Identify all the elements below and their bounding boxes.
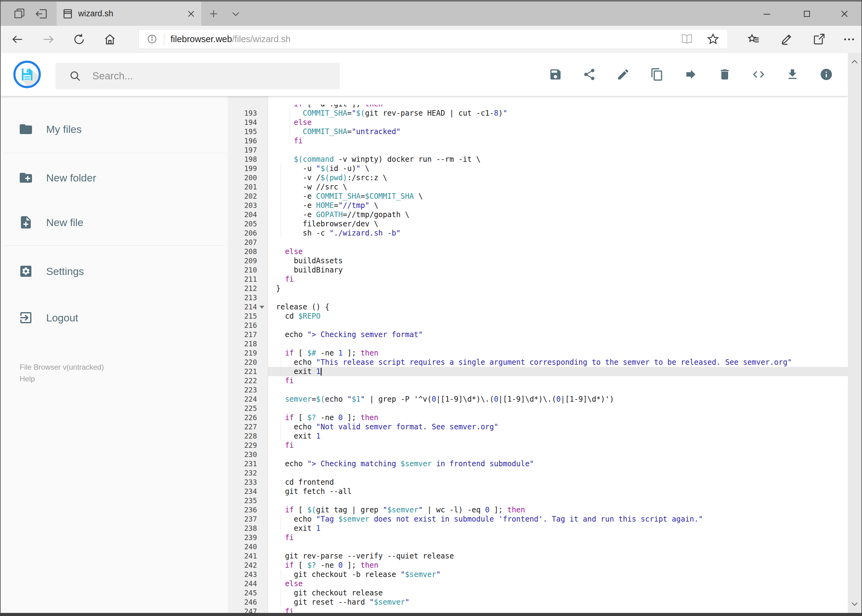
maximize-button[interactable] bbox=[793, 2, 821, 26]
search-box[interactable] bbox=[55, 63, 340, 89]
sidebar-item-logout[interactable]: Logout bbox=[19, 308, 78, 327]
scroll-up-button[interactable] bbox=[848, 55, 861, 69]
code-line[interactable]: 223 bbox=[228, 385, 848, 394]
code-button[interactable] bbox=[752, 68, 765, 81]
code-line[interactable]: 228 exit 1 bbox=[228, 432, 848, 441]
code-line[interactable]: 243 git checkout -b release "$semver" bbox=[228, 570, 848, 579]
browser-tab[interactable]: wizard.sh bbox=[57, 2, 201, 26]
code-line[interactable]: 218 bbox=[228, 339, 848, 349]
code-line[interactable]: 232 bbox=[228, 468, 848, 478]
code-line[interactable]: 206 sh -c "./wizard.sh -b" bbox=[228, 228, 848, 238]
code-line[interactable]: 224 semver=$(echo "$1" | grep -P '^v(0|[… bbox=[228, 394, 848, 404]
code-line[interactable]: 214release () { bbox=[228, 302, 848, 311]
web-notes-button[interactable] bbox=[773, 26, 799, 53]
delete-button[interactable] bbox=[718, 68, 731, 81]
code-line[interactable]: 225 bbox=[228, 404, 848, 413]
site-info-icon[interactable] bbox=[147, 34, 157, 44]
code-line[interactable]: 241 git rev-parse --verify --quiet relea… bbox=[228, 552, 848, 561]
code-line[interactable]: 207 bbox=[228, 238, 848, 247]
copy-button[interactable] bbox=[650, 68, 664, 81]
code-line[interactable]: 244 else bbox=[228, 579, 848, 588]
code-line[interactable]: 194 else bbox=[228, 118, 848, 127]
code-line[interactable]: 196 fi bbox=[228, 136, 848, 146]
code-line[interactable]: 209 buildAssets bbox=[228, 256, 848, 266]
code-line[interactable]: 219 if [ $# -ne 1 ]; then bbox=[228, 349, 848, 358]
home-button[interactable] bbox=[96, 26, 124, 53]
code-line[interactable]: 236 if [ $(git tag | grep "$semver" | wc… bbox=[228, 505, 848, 514]
code-line[interactable]: 222 fi bbox=[228, 376, 848, 385]
code-line[interactable]: 216 bbox=[228, 321, 848, 330]
code-line[interactable]: 239 fi bbox=[228, 533, 848, 542]
address-field[interactable]: filebrowser.web/files/wizard.sh bbox=[139, 29, 728, 49]
save-button[interactable] bbox=[549, 68, 562, 81]
code-line[interactable]: 226 if [ $? -ne 0 ]; then bbox=[228, 413, 848, 422]
share-button[interactable] bbox=[583, 68, 596, 81]
code-line[interactable]: 234 git fetch --all bbox=[228, 487, 848, 496]
search-input[interactable] bbox=[92, 70, 340, 82]
help-link[interactable]: Help bbox=[20, 375, 35, 383]
url-text[interactable]: filebrowser.web/files/wizard.sh bbox=[170, 34, 681, 44]
code-line[interactable]: 197 bbox=[228, 146, 848, 155]
close-window-button[interactable] bbox=[830, 2, 859, 26]
favorites-hub-button[interactable] bbox=[741, 26, 767, 53]
code-line[interactable]: 247 fi bbox=[228, 607, 848, 613]
code-line[interactable]: 201 -w //src \ bbox=[228, 182, 848, 192]
tab-preview-button[interactable] bbox=[9, 2, 30, 26]
code-line[interactable]: 199 -u "$(id -u)" \ bbox=[228, 164, 848, 173]
code-line[interactable]: 235 bbox=[228, 496, 848, 505]
code-line[interactable]: 237 echo "Tag $semver does not exist in … bbox=[228, 514, 848, 524]
page-scrollbar[interactable] bbox=[848, 53, 861, 613]
code-line[interactable]: 233 cd frontend bbox=[228, 478, 848, 487]
code-line[interactable]: 208 else bbox=[228, 247, 848, 256]
sidebar-item-settings[interactable]: Settings bbox=[19, 261, 84, 281]
code-line[interactable]: 246 git reset --hard "$semver" bbox=[228, 597, 848, 607]
code-line[interactable]: 210 buildBinary bbox=[228, 266, 848, 275]
code-line[interactable]: 211 fi bbox=[228, 275, 848, 284]
sidebar-item-new-folder[interactable]: New folder bbox=[19, 168, 96, 188]
code-line[interactable]: 245 git checkout release bbox=[228, 588, 848, 597]
code-line[interactable]: 202 -e COMMIT_SHA=$COMMIT_SHA \ bbox=[228, 192, 848, 201]
tab-list-button[interactable] bbox=[227, 2, 245, 26]
code-line[interactable]: 204 -e GOPATH=//tmp/gopath \ bbox=[228, 210, 848, 219]
forward-button[interactable] bbox=[35, 26, 62, 53]
code-line[interactable]: 231 echo "> Checking matching $semver in… bbox=[228, 459, 848, 468]
code-editor[interactable]: if [ -d .git ]; then193 COMMIT_SHA="$(gi… bbox=[228, 96, 848, 613]
code-line[interactable]: 203 -e HOME="//tmp" \ bbox=[228, 201, 848, 210]
new-tab-button[interactable] bbox=[204, 2, 223, 26]
sidebar-item-new-file[interactable]: New file bbox=[19, 212, 84, 232]
minimize-button[interactable] bbox=[753, 2, 781, 26]
tab-close-icon[interactable] bbox=[186, 9, 196, 19]
download-button[interactable] bbox=[786, 68, 799, 81]
move-button[interactable] bbox=[684, 68, 698, 81]
code-line[interactable]: 200 -v /$(pwd):/src:z \ bbox=[228, 173, 848, 182]
code-line[interactable]: 227 echo "Not valid semver format. See s… bbox=[228, 422, 848, 432]
set-tabs-aside-button[interactable] bbox=[31, 2, 52, 26]
scroll-down-button[interactable] bbox=[848, 596, 861, 611]
code-line[interactable]: 212} bbox=[228, 284, 848, 293]
settings-more-button[interactable] bbox=[836, 26, 862, 53]
code-line[interactable]: 215 cd $REPO bbox=[228, 311, 848, 321]
code-line[interactable]: 229 fi bbox=[228, 441, 848, 450]
code-line[interactable]: 213 bbox=[228, 293, 848, 302]
code-line[interactable]: 242 if [ $? -ne 0 ]; then bbox=[228, 561, 848, 570]
share-page-button[interactable] bbox=[806, 26, 832, 53]
info-button[interactable] bbox=[819, 68, 833, 81]
refresh-button[interactable] bbox=[65, 26, 93, 53]
back-button[interactable] bbox=[4, 26, 32, 53]
reading-view-icon[interactable] bbox=[681, 33, 693, 45]
code-line[interactable]: if [ -d .git ]; then bbox=[228, 105, 848, 108]
code-line[interactable]: 240 bbox=[228, 542, 848, 552]
code-line[interactable]: 238 exit 1 bbox=[228, 524, 848, 533]
code-line[interactable]: 230 bbox=[228, 450, 848, 459]
code-line[interactable]: 220 echo "This release script requires a… bbox=[228, 358, 848, 367]
code-line[interactable]: 217 echo "> Checking semver format" bbox=[228, 330, 848, 339]
filebrowser-logo[interactable] bbox=[13, 60, 41, 89]
favorite-star-icon[interactable] bbox=[707, 33, 720, 46]
code-line[interactable]: 205 filebrowser/dev \ bbox=[228, 219, 848, 228]
edit-button[interactable] bbox=[616, 68, 630, 81]
code-line[interactable]: 198 $(command -v winpty) docker run --rm… bbox=[228, 155, 848, 164]
code-line[interactable]: 193 COMMIT_SHA="$(git rev-parse HEAD | c… bbox=[228, 108, 848, 118]
fold-marker-icon[interactable] bbox=[259, 306, 264, 309]
sidebar-item-my-files[interactable]: My files bbox=[19, 119, 82, 139]
code-line[interactable]: 195 COMMIT_SHA="untracked" bbox=[228, 127, 848, 136]
